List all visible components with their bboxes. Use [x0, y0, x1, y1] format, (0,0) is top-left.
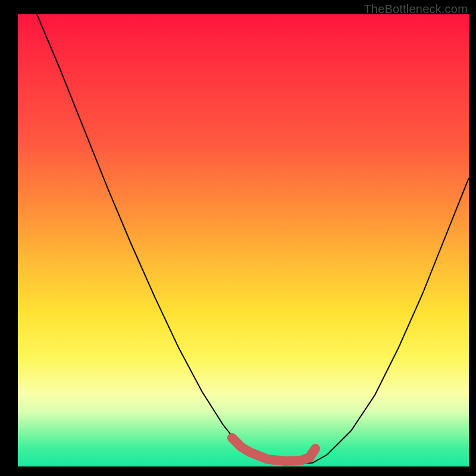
attribution-label: TheBottleneck.com — [364, 2, 468, 16]
chart-frame: TheBottleneck.com — [0, 0, 476, 476]
curve-layer — [18, 14, 469, 466]
optimal-zone-marker — [232, 438, 315, 461]
plot-area — [18, 14, 469, 466]
bottleneck-curve — [37, 14, 469, 464]
